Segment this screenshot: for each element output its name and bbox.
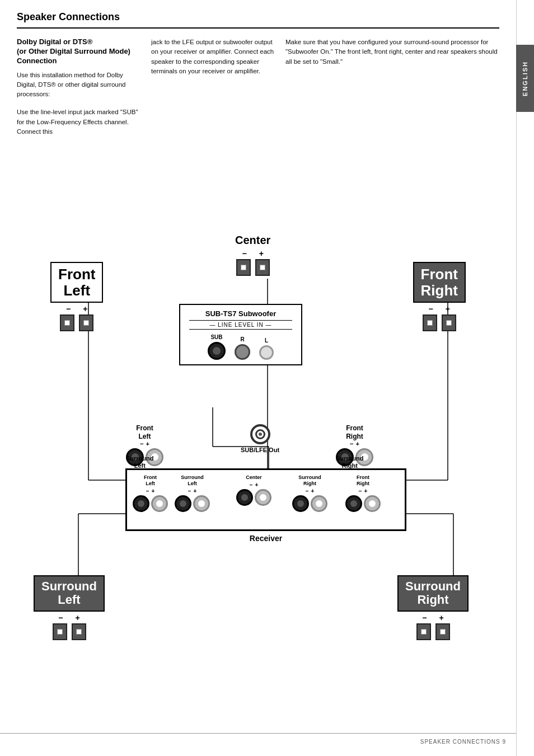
page-title: Speaker Connections (17, 11, 499, 29)
rcv-surround-left: SurroundLeft −+ (175, 475, 210, 512)
col2-text: jack to the LFE output or subwoofer outp… (151, 37, 274, 76)
front-right-outer-label: FrontRight (421, 266, 458, 298)
sub-input-sub: SUB (208, 334, 226, 360)
rcv-center: Center −+ (236, 475, 271, 506)
center-outer-label: Center (235, 234, 270, 247)
col3-text: Make sure that you have configured your … (285, 37, 499, 67)
front-left-outer-label: FrontLeft (58, 266, 95, 298)
side-tab: ENGLISH (516, 0, 534, 756)
rcv-surround-right-inner: SurroundRight (336, 455, 364, 469)
surround-left-outer-terminal: SurroundLeft −+ (34, 575, 105, 640)
sub-lfe-label: SUB/LFE Out (241, 446, 279, 454)
surround-right-outer-polarity: −+ (422, 613, 443, 622)
center-outer-terminal: Center −+ (235, 234, 270, 276)
rcv-surround-right: SurroundRight −+ (292, 475, 327, 512)
text-col-2: jack to the LFE output or subwoofer outp… (151, 37, 274, 137)
receiver-box: FrontLeft −+ SurroundLeft −+ (126, 469, 406, 530)
center-outer-connectors (236, 259, 270, 276)
front-right-outer-terminal: FrontRight −+ (413, 262, 466, 331)
sub-input-r: R (235, 336, 250, 360)
sub-input-l: L (259, 337, 274, 360)
text-col-3: Make sure that you have configured your … (285, 37, 499, 137)
surround-right-outer-terminal: SurroundRight −+ (397, 575, 469, 640)
front-left-outer-polarity: −+ (66, 304, 87, 313)
rcv-front-right: FrontRight −+ (345, 475, 381, 512)
front-left-outer-terminal: FrontLeft −+ (50, 262, 103, 331)
page-container: ENGLISH Speaker Connections Dolby Digita… (0, 0, 534, 756)
subwoofer-title: SUB-TS7 Subwoofer (189, 309, 292, 318)
line-level-label: — LINE LEVEL IN — (189, 320, 292, 330)
english-label: ENGLISH (522, 61, 528, 96)
section-heading: Dolby Digital or DTS®(or Other Digital S… (17, 37, 140, 66)
surround-right-outer-label: SurroundRight (405, 580, 461, 607)
front-left-outer-connectors (60, 314, 93, 331)
rcv-front-left: FrontLeft −+ (133, 475, 168, 512)
text-col-1: Dolby Digital or DTS®(or Other Digital S… (17, 37, 140, 137)
surround-left-outer-label: SurroundLeft (41, 580, 97, 607)
main-content: Speaker Connections Dolby Digital or DTS… (0, 0, 516, 665)
receiver-label: Receiver (250, 534, 282, 543)
subwoofer-inputs: SUB R L (189, 334, 292, 360)
rcv-surround-left-inner: SurroundLeft (126, 455, 154, 469)
front-right-outer-polarity: −+ (429, 304, 450, 313)
front-right-outer-connectors (423, 314, 456, 331)
diagram-area: FrontLeft −+ FrontRight −+ (17, 150, 499, 654)
text-columns: Dolby Digital or DTS®(or Other Digital S… (17, 37, 499, 137)
sub-lfe-out: SUB/LFE Out (241, 424, 279, 454)
col1-text1: Use this installation method for Dolby D… (17, 71, 140, 100)
page-footer: SPEAKER CONNECTIONS 9 (420, 739, 506, 745)
bottom-divider (0, 733, 516, 734)
surround-left-outer-polarity: −+ (58, 613, 79, 622)
col1-text2: Use the line-level input jack marked "SU… (17, 107, 140, 137)
english-tab: ENGLISH (516, 45, 534, 112)
surround-left-outer-connectors (53, 623, 86, 640)
surround-right-outer-connectors (416, 623, 450, 640)
subwoofer-box: SUB-TS7 Subwoofer — LINE LEVEL IN — SUB … (179, 304, 302, 365)
center-outer-polarity: −+ (242, 249, 263, 258)
